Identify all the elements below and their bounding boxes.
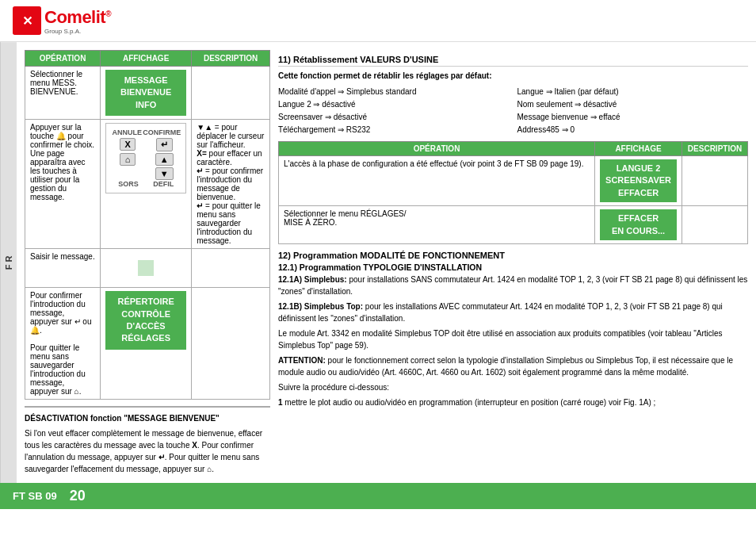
section12-title: 12) Programmation MODALITÉ DE FONCTIONNE…	[278, 251, 748, 260]
section12-attention: ATTENTION: pour le fonctionnement correc…	[278, 354, 748, 378]
desactivation-title: DÉSACTIVATION fonction "MESSAGE BIENVENU…	[25, 412, 270, 424]
page-wrapper: F R OPÉRATION AFFICHAGE DESCRIPTION Séle…	[0, 42, 756, 483]
row1-operation: Sélectionner le menu MESS. BIENVENUE.	[25, 67, 101, 120]
rt-row2-operation: Sélectionner le menu RÉGLAGES/MISE À ZÉR…	[279, 206, 595, 244]
table-row: Sélectionner le menu MESS. BIENVENUE. ME…	[25, 67, 270, 120]
sors-label: SORS	[111, 180, 146, 188]
row3-affichage	[101, 249, 192, 288]
section12-note1: Le module Art. 3342 en modalité Simplebu…	[278, 327, 748, 351]
logo-subtitle: Group S.p.A.	[44, 28, 111, 35]
valeurs-grid: Modalité d'appel ⇒ Simplebus standard La…	[278, 86, 748, 136]
row1-description	[192, 67, 270, 120]
defil-label: DEFIL	[146, 180, 181, 188]
col-operation: OPÉRATION	[25, 51, 101, 67]
key-home: ⌂	[120, 153, 136, 166]
rt-row2-affichage: EFFACEREN COURS...	[595, 206, 682, 244]
section12-suivre: Suivre la procédure ci-dessous:	[278, 381, 748, 393]
section12: 12) Programmation MODALITÉ DE FONCTIONNE…	[278, 251, 748, 408]
logo: ✕ Comelit® Group S.p.A.	[13, 6, 111, 35]
annule-label: ANNULE	[111, 128, 143, 136]
row4-affichage: RÉPERTOIRECONTRÔLE D'ACCÈSRÉGLAGES	[101, 288, 192, 400]
row1-affichage: MESSAGE BIENVENUEINFO	[101, 67, 192, 120]
col-description: DESCRIPTION	[192, 51, 270, 67]
language-tab: F R	[0, 42, 17, 483]
logo-text: Comelit® Group S.p.A.	[44, 7, 111, 35]
section12-1a: 12.1A) Simplebus: pour installations SAN…	[278, 274, 748, 297]
row2-operation: Appuyer sur la touche 🔔 pour confirmer l…	[25, 120, 101, 249]
table-row: Sélectionner le menu RÉGLAGES/MISE À ZÉR…	[279, 206, 748, 244]
rt-col-affichage: AFFICHAGE	[595, 142, 682, 156]
message-bienvenue-display: MESSAGE BIENVENUEINFO	[105, 70, 186, 116]
desactivation-text: Si l'on veut effacer complètement le mes…	[25, 427, 270, 475]
comelit-logo-icon: ✕	[13, 6, 41, 35]
section12-1-title: 12.1) Programmation TYPOLOGIE D'INSTALLA…	[278, 262, 748, 272]
svg-text:✕: ✕	[22, 13, 32, 28]
key-up: ▲	[155, 153, 174, 166]
key-enter-cell: ↵	[147, 138, 181, 151]
green-square	[138, 260, 154, 276]
section11-content: Cette fonction permet de rétablir les ré…	[278, 70, 748, 136]
key-display: ANNULE CONFIRME X ↵	[105, 123, 186, 193]
right-column: 11) Rétablissement VALEURS D'USINE Cette…	[278, 50, 748, 475]
desactivation-section: DÉSACTIVATION fonction "MESSAGE BIENVENU…	[25, 406, 270, 475]
rt-col-operation: OPÉRATION	[279, 142, 595, 156]
table-row: Appuyer sur la touche 🔔 pour confirmer l…	[25, 120, 270, 249]
rt-row1-affichage: LANGUE 2SCREENSAVEREFFACER	[595, 156, 682, 206]
key-home-cell: ⌂	[111, 153, 144, 180]
left-table: OPÉRATION AFFICHAGE DESCRIPTION Sélectio…	[25, 50, 270, 400]
key-down: ▼	[155, 167, 174, 180]
section11-intro: Cette fonction permet de rétablir les ré…	[278, 70, 748, 82]
confirme-label: CONFIRME	[143, 128, 181, 136]
main-content: OPÉRATION AFFICHAGE DESCRIPTION Sélectio…	[17, 42, 756, 483]
key-x-cell: X	[111, 138, 144, 151]
left-column: OPÉRATION AFFICHAGE DESCRIPTION Sélectio…	[25, 50, 270, 475]
key-arrows-cell: ▲ ▼	[147, 153, 181, 180]
section12-1b: 12.1B) Simplebus Top: pour les installat…	[278, 301, 748, 324]
langue2-display: LANGUE 2SCREENSAVEREFFACER	[600, 159, 677, 202]
section12-item1: 1 mettre le plot audio ou audio/vidéo en…	[278, 396, 748, 408]
row3-operation: Saisir le message.	[25, 249, 101, 288]
key-x: X	[120, 138, 136, 151]
row2-description: ▼▲ = pour déplacer le curseur sur l'affi…	[192, 120, 270, 249]
rt-col-description: DESCRIPTION	[682, 142, 748, 156]
table-row: L'accès à la phase de configuration a ét…	[279, 156, 748, 206]
col-affichage: AFFICHAGE	[101, 51, 192, 67]
key-enter: ↵	[156, 138, 173, 151]
footer: FT SB 09 20	[0, 483, 756, 509]
row2-affichage: ANNULE CONFIRME X ↵	[101, 120, 192, 249]
comelit-brand: Comelit®	[44, 7, 111, 28]
rt-row2-description	[682, 206, 748, 244]
rt-row1-operation: L'accès à la phase de configuration a ét…	[279, 156, 595, 206]
right-table: OPÉRATION AFFICHAGE DESCRIPTION L'accès …	[278, 141, 748, 244]
section11-title: 11) Rétablissement VALEURS D'USINE	[278, 55, 748, 67]
effacer-display: EFFACEREN COURS...	[600, 209, 677, 240]
row3-description	[192, 249, 270, 288]
row4-operation: Pour confirmer l'introduction du message…	[25, 288, 101, 400]
footer-page: 20	[70, 488, 86, 504]
table-row: Pour confirmer l'introduction du message…	[25, 288, 270, 400]
repertoire-display: RÉPERTOIRECONTRÔLE D'ACCÈSRÉGLAGES	[105, 291, 186, 350]
header: ✕ Comelit® Group S.p.A.	[0, 0, 756, 42]
footer-doc: FT SB 09	[13, 490, 57, 502]
table-row: Saisir le message.	[25, 249, 270, 288]
rt-row1-description	[682, 156, 748, 206]
row4-description	[192, 288, 270, 400]
